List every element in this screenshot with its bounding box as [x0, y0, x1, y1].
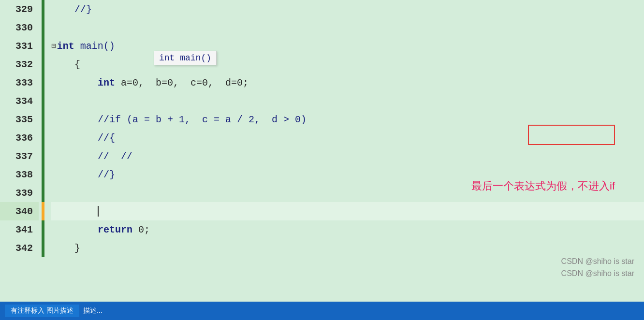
- code-kw-int-333: int: [98, 77, 115, 88]
- code-row-332: {: [51, 55, 644, 73]
- code-return-341: [51, 224, 98, 235]
- bottom-extra-text: 描述...: [83, 306, 102, 315]
- text-cursor: [98, 206, 99, 217]
- line-number-334: 334: [0, 92, 39, 110]
- gutter-339: [39, 184, 47, 202]
- line-number-332: 332: [0, 55, 39, 73]
- code-vars-333: [51, 77, 98, 88]
- code-kw-return: return: [98, 224, 132, 235]
- code-comment-338: //}: [51, 169, 115, 180]
- gutter-332: [39, 55, 47, 73]
- line-number-339: 339: [0, 184, 39, 202]
- watermark-line1: CSDN @shiho is star: [561, 255, 634, 268]
- code-cursor-340: [51, 206, 99, 217]
- code-row-334: [51, 92, 644, 110]
- gutter-340: [39, 202, 47, 220]
- gutter-329: [39, 0, 47, 18]
- code-row-331: ⊟int main(): [51, 37, 644, 55]
- code-row-342: }: [51, 239, 644, 257]
- code-vars-decl: a=0, b=0, c=0, d=0;: [115, 77, 249, 88]
- gutter-336: [39, 129, 47, 147]
- line-number-341: 341: [0, 220, 39, 239]
- gutter-342: [39, 239, 47, 257]
- code-row-329: //}: [51, 0, 644, 18]
- line-number-342: 342: [0, 239, 39, 257]
- code-row-337: // //: [51, 147, 644, 165]
- code-kw-int-main: int: [57, 41, 74, 52]
- code-brace-close: }: [51, 243, 80, 254]
- gutter-337: [39, 147, 47, 165]
- line-numbers: 329 330 331 332 333 334 335 336 337 338 …: [0, 0, 39, 302]
- code-lines: //} ⊟int main() { int a=0, b=0, c=0, d=0…: [47, 0, 644, 302]
- code-brace-open: {: [51, 59, 80, 70]
- code-row-333: int a=0, b=0, c=0, d=0;: [51, 73, 644, 92]
- gutter-334: [39, 92, 47, 110]
- watermark-line2: CSDN @shiho is star: [561, 267, 634, 280]
- line-number-335: 335: [0, 110, 39, 129]
- tooltip-box: int main(): [154, 51, 217, 65]
- code-area: 329 330 331 332 333 334 335 336 337 338 …: [0, 0, 644, 302]
- line-number-333: 333: [0, 73, 39, 92]
- annotation-text: 最后一个表达式为假，不进入if: [471, 179, 615, 193]
- watermark: CSDN @shiho is star CSDN @shiho is star: [561, 255, 634, 280]
- code-fn-main: main(): [74, 41, 115, 52]
- code-text-329: //}: [51, 4, 92, 15]
- line-number-337: 337: [0, 147, 39, 165]
- code-return-value: 0;: [132, 224, 150, 235]
- code-row-330: [51, 18, 644, 37]
- line-number-329: 329: [0, 0, 39, 18]
- code-editor: 329 330 331 332 333 334 335 336 337 338 …: [0, 0, 644, 320]
- line-number-336: 336: [0, 129, 39, 147]
- gutter-333: [39, 73, 47, 92]
- gutter-341: [39, 220, 47, 239]
- code-row-336: //{: [51, 129, 644, 147]
- tooltip-text: int main(): [159, 53, 211, 63]
- gutter-338: [39, 165, 47, 184]
- code-comment-337: // //: [51, 151, 132, 162]
- code-row-340: [51, 202, 644, 220]
- line-number-338: 338: [0, 165, 39, 184]
- code-row-341: return 0;: [51, 220, 644, 239]
- code-comment-335: //if (a = b + 1, c = a / 2, d > 0): [51, 114, 307, 125]
- line-number-330: 330: [0, 18, 39, 37]
- line-number-340: 340: [0, 202, 39, 220]
- bottom-bar: 有注释标入 图片描述 描述...: [0, 302, 644, 320]
- gutter-330: [39, 18, 47, 37]
- gutter-335: [39, 110, 47, 129]
- gutter-331: [39, 37, 47, 55]
- code-comment-336: //{: [51, 132, 115, 144]
- code-row-335: //if (a = b + 1, c = a / 2, d > 0): [51, 110, 644, 129]
- bottom-button[interactable]: 有注释标入 图片描述: [5, 305, 79, 317]
- line-number-331: 331: [0, 37, 39, 55]
- collapse-icon[interactable]: ⊟: [51, 41, 56, 51]
- gutter: [39, 0, 47, 302]
